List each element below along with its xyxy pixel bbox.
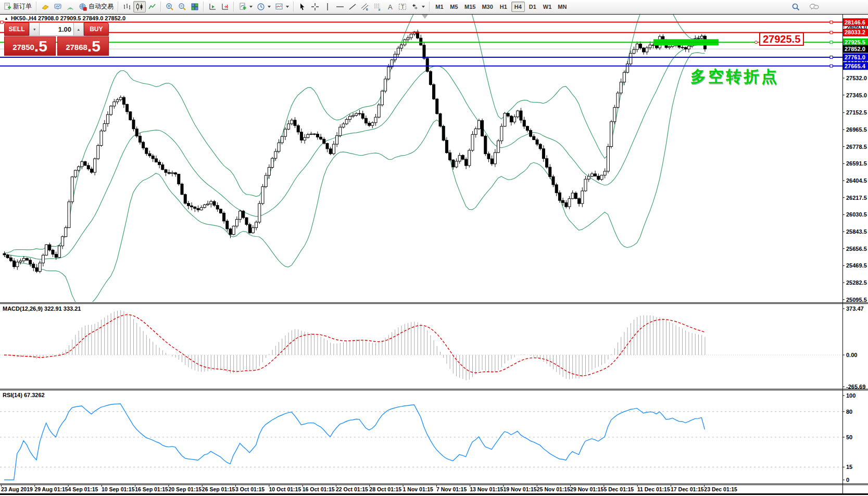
line-handle[interactable] bbox=[830, 21, 833, 23]
text-label-button[interactable]: T bbox=[396, 1, 409, 12]
timeframe-MN[interactable]: MN bbox=[555, 2, 569, 12]
time-tick-label: 5 Dec 01:15 bbox=[603, 486, 634, 492]
arrows-icon bbox=[411, 3, 419, 11]
timeframe-M1[interactable]: M1 bbox=[433, 2, 446, 12]
buy-price-fraction: .5 bbox=[87, 39, 100, 54]
price-badge-label: 28146.6 bbox=[845, 19, 865, 26]
channel-button[interactable]: E bbox=[359, 1, 371, 12]
buy-price-display[interactable]: 27868.5 bbox=[57, 36, 109, 56]
macd-scale-label: -265.69 bbox=[846, 384, 865, 390]
line-handle[interactable] bbox=[1, 21, 3, 23]
line-chart-button[interactable] bbox=[146, 1, 158, 12]
volume-increase-button[interactable]: ▲ bbox=[73, 22, 84, 36]
price-badge-label: 27925.5 bbox=[845, 39, 865, 45]
line-handle[interactable] bbox=[830, 65, 833, 67]
main-toolbar: 新订单 自动交易 E F A T bbox=[0, 0, 868, 14]
indicators-button[interactable] bbox=[236, 1, 255, 12]
chat-button[interactable] bbox=[807, 1, 821, 12]
candlestick-button[interactable] bbox=[133, 1, 146, 12]
price-axis[interactable]: 28093.027906.027719.027532.027345.027152… bbox=[842, 18, 868, 303]
templates-icon bbox=[275, 3, 283, 11]
new-order-button[interactable]: 新订单 bbox=[1, 1, 34, 12]
timeframe-W1[interactable]: W1 bbox=[540, 2, 555, 12]
rsi-label: RSI(14) 67.3262 bbox=[3, 392, 45, 398]
line-handle[interactable] bbox=[830, 56, 833, 58]
fibonacci-button[interactable]: F bbox=[371, 1, 384, 12]
price-tick-label: 27532.0 bbox=[846, 75, 867, 81]
crosshair-button[interactable] bbox=[309, 1, 321, 12]
time-tick-label: 22 Oct 01:15 bbox=[336, 486, 368, 492]
timeframe-M30[interactable]: M30 bbox=[479, 2, 495, 12]
auto-trading-button[interactable]: 自动交易 bbox=[77, 1, 116, 12]
price-level-callout[interactable]: 27925.5 bbox=[759, 32, 804, 46]
time-tick-label: 1 Nov 01:15 bbox=[403, 486, 434, 492]
search-button[interactable] bbox=[789, 1, 802, 12]
vertical-line-button[interactable] bbox=[321, 1, 334, 12]
timeframe-D1[interactable]: D1 bbox=[526, 2, 539, 12]
rsi-scale-label: 100 bbox=[846, 392, 856, 399]
auto-trading-label: 自动交易 bbox=[89, 2, 114, 11]
zoom-in-icon bbox=[166, 3, 174, 11]
rsi-line bbox=[4, 404, 705, 480]
horizontal-line-button[interactable] bbox=[334, 1, 346, 12]
buy-price-main: 27868 bbox=[66, 41, 87, 54]
volume-input[interactable] bbox=[40, 22, 73, 36]
time-tick-label: 3 Oct 01:15 bbox=[235, 486, 265, 492]
time-tick-label: 29 Aug 01:15 bbox=[34, 486, 68, 492]
signal-button[interactable] bbox=[64, 1, 77, 12]
timeframe-M15[interactable]: M15 bbox=[462, 2, 478, 12]
chart-shift-button[interactable] bbox=[219, 1, 231, 12]
bar-chart-button[interactable] bbox=[121, 1, 133, 12]
zoom-out-button[interactable] bbox=[176, 1, 188, 12]
tile-windows-button[interactable] bbox=[188, 1, 201, 12]
trendline-button[interactable] bbox=[346, 1, 359, 12]
bar-chart-icon bbox=[123, 3, 131, 11]
volume-decrease-button[interactable]: ▼ bbox=[29, 22, 40, 36]
indicators-icon bbox=[238, 3, 247, 11]
timeframe-M5[interactable]: M5 bbox=[447, 2, 461, 12]
new-order-icon bbox=[3, 3, 11, 11]
text-letter: A bbox=[388, 3, 393, 10]
buy-button[interactable]: BUY bbox=[84, 22, 109, 36]
line-handle[interactable] bbox=[830, 41, 833, 44]
macd-label: MACD(12,26,9) 322.91 333.21 bbox=[3, 306, 81, 312]
bollinger-bands bbox=[4, 0, 705, 308]
toolbar-separator bbox=[203, 2, 204, 12]
sell-button[interactable]: SELL bbox=[4, 22, 29, 36]
zoom-in-button[interactable] bbox=[163, 1, 176, 12]
price-tick-label: 27345.0 bbox=[846, 92, 867, 98]
sell-button-label: SELL bbox=[9, 26, 25, 33]
price-tick-label: 25095.5 bbox=[846, 297, 867, 303]
time-axis[interactable]: 23 Aug 201929 Aug 01:154 Sep 01:1510 Sep… bbox=[1, 485, 737, 492]
price-tick-label: 26217.5 bbox=[846, 195, 867, 201]
sell-price-main: 27850 bbox=[12, 41, 34, 54]
indicator-scales: 373.470.00-265.691008050150 bbox=[842, 306, 865, 483]
line-handle[interactable] bbox=[830, 31, 833, 34]
market-watch-button[interactable] bbox=[52, 1, 64, 12]
time-tick-label: 26 Sep 01:15 bbox=[202, 486, 235, 492]
chart-shift-marker-icon[interactable] bbox=[422, 15, 428, 19]
trendline-icon bbox=[348, 3, 357, 11]
periods-icon bbox=[257, 3, 265, 11]
chart-shift-icon bbox=[221, 3, 229, 11]
charts-button[interactable] bbox=[39, 1, 52, 12]
chart-header-ohlc: HK50-,H4 27908.0 27909.5 27849.0 27852.0 bbox=[11, 15, 125, 21]
price-badge-label: 27852.0 bbox=[845, 46, 865, 52]
window-bottom-border bbox=[0, 493, 868, 495]
templates-button[interactable] bbox=[273, 1, 291, 12]
timeframe-H1[interactable]: H1 bbox=[497, 2, 510, 12]
text-label-icon: T bbox=[398, 3, 407, 11]
arrows-button[interactable] bbox=[409, 1, 427, 12]
auto-scroll-button[interactable] bbox=[206, 1, 219, 12]
periods-button[interactable] bbox=[255, 1, 273, 12]
toolbar-separator bbox=[429, 2, 430, 12]
time-tick-label: 16 Sep 01:15 bbox=[135, 486, 168, 492]
auto-scroll-icon bbox=[208, 3, 217, 11]
sell-price-fraction: .5 bbox=[34, 39, 47, 54]
cursor-button[interactable] bbox=[296, 1, 309, 12]
dropdown-caret bbox=[268, 6, 271, 8]
sell-price-display[interactable]: 27850.5 bbox=[4, 36, 56, 56]
time-tick-label: 10 Oct 01:15 bbox=[269, 486, 301, 492]
timeframe-H4[interactable]: H4 bbox=[511, 2, 525, 12]
text-button[interactable]: A bbox=[384, 1, 396, 12]
